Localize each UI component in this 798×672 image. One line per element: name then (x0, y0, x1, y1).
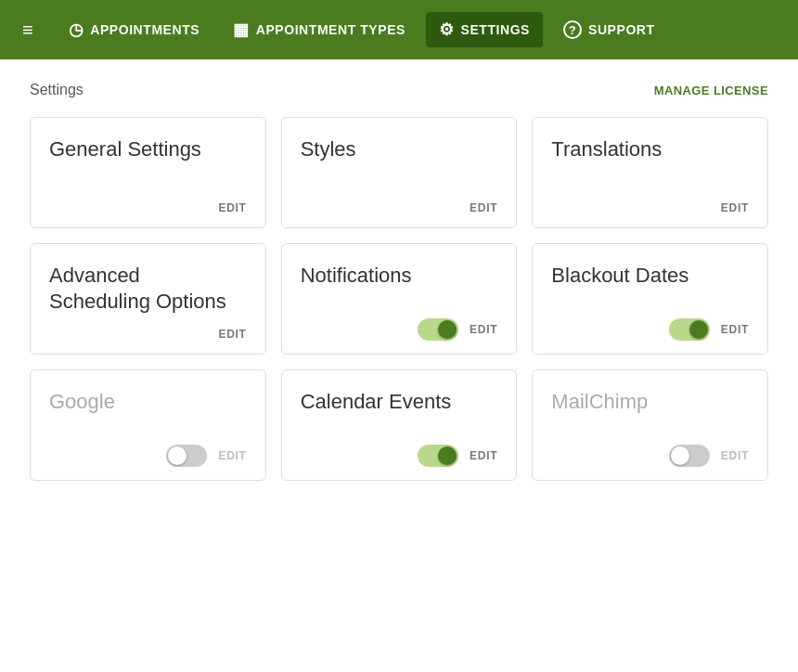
card-footer-advanced-scheduling-options: EDIT (49, 328, 247, 341)
edit-button-calendar-events[interactable]: EDIT (470, 449, 497, 462)
gear-icon: ⚙ (439, 19, 455, 40)
settings-grid: General SettingsEDITStylesEDITTranslatio… (30, 117, 768, 481)
edit-button-notifications[interactable]: EDIT (470, 323, 497, 336)
card-footer-calendar-events: EDIT (301, 445, 498, 467)
card-title-translations: Translations (551, 136, 749, 162)
settings-card-styles: StylesEDIT (281, 117, 518, 228)
toggle-track-calendar-events (418, 445, 458, 467)
grid-icon: ▦ (233, 19, 250, 40)
toggle-track-mailchimp (669, 445, 710, 467)
card-title-google: Google (49, 389, 247, 415)
card-title-general-settings: General Settings (49, 136, 247, 162)
clock-icon: ◷ (69, 19, 84, 40)
toggle-track-google (166, 445, 207, 467)
card-title-notifications: Notifications (301, 263, 498, 289)
card-footer-general-settings: EDIT (49, 201, 247, 214)
settings-card-calendar-events: Calendar EventsEDIT (281, 369, 518, 481)
settings-card-mailchimp: MailChimpEDIT (532, 369, 768, 481)
card-title-calendar-events: Calendar Events (301, 389, 498, 415)
toggle-google[interactable] (166, 445, 207, 467)
toggle-thumb-calendar-events (438, 446, 457, 465)
toggle-thumb-notifications (438, 320, 457, 339)
page-header: Settings MANAGE LICENSE (30, 82, 768, 98)
edit-button-mailchimp[interactable]: EDIT (721, 449, 749, 462)
card-footer-notifications: EDIT (301, 318, 498, 341)
settings-card-general-settings: General SettingsEDIT (30, 117, 266, 228)
nav-appointment-types[interactable]: ▦ APPOINTMENT TYPES (220, 12, 418, 47)
toggle-calendar-events[interactable] (418, 445, 458, 467)
nav-support-label: SUPPORT (588, 22, 655, 37)
nav-settings[interactable]: ⚙ SETTINGS (426, 12, 543, 47)
card-title-advanced-scheduling-options: Advanced Scheduling Options (49, 263, 247, 314)
edit-button-google[interactable]: EDIT (218, 449, 246, 462)
edit-button-translations[interactable]: EDIT (721, 201, 749, 214)
toggle-mailchimp[interactable] (669, 445, 710, 467)
toggle-notifications[interactable] (418, 318, 458, 341)
card-title-styles: Styles (301, 136, 498, 162)
settings-card-google: GoogleEDIT (30, 369, 266, 481)
toggle-track-notifications (418, 318, 458, 341)
nav-appointments-label: APPOINTMENTS (90, 22, 200, 37)
settings-card-translations: TranslationsEDIT (532, 117, 768, 228)
nav-appointments[interactable]: ◷ APPOINTMENTS (56, 12, 213, 47)
toggle-track-blackout-dates (669, 318, 710, 341)
manage-license-link[interactable]: MANAGE LICENSE (654, 84, 768, 97)
settings-card-blackout-dates: Blackout DatesEDIT (532, 243, 768, 355)
nav-appointment-types-label: APPOINTMENT TYPES (256, 22, 405, 37)
nav-support[interactable]: ? SUPPORT (550, 13, 668, 46)
toggle-thumb-blackout-dates (689, 320, 708, 339)
hamburger-menu[interactable]: ≡ (15, 12, 41, 48)
toggle-thumb-mailchimp (671, 446, 689, 465)
edit-button-blackout-dates[interactable]: EDIT (721, 323, 749, 336)
settings-card-advanced-scheduling-options: Advanced Scheduling OptionsEDIT (30, 243, 266, 355)
card-footer-styles: EDIT (301, 201, 498, 214)
edit-button-styles[interactable]: EDIT (470, 201, 497, 214)
page-title: Settings (30, 82, 84, 98)
main-content: Settings MANAGE LICENSE General Settings… (0, 59, 798, 503)
card-footer-blackout-dates: EDIT (551, 318, 749, 341)
toggle-thumb-google (168, 446, 187, 465)
edit-button-general-settings[interactable]: EDIT (218, 201, 246, 214)
card-footer-google: EDIT (49, 445, 247, 467)
edit-button-advanced-scheduling-options[interactable]: EDIT (218, 328, 246, 341)
card-footer-mailchimp: EDIT (551, 445, 749, 467)
card-title-blackout-dates: Blackout Dates (551, 263, 749, 289)
toggle-blackout-dates[interactable] (669, 318, 710, 341)
nav-settings-label: SETTINGS (461, 22, 531, 37)
navbar: ≡ ◷ APPOINTMENTS ▦ APPOINTMENT TYPES ⚙ S… (0, 0, 798, 59)
card-footer-translations: EDIT (551, 201, 749, 214)
question-icon: ? (563, 20, 582, 39)
card-title-mailchimp: MailChimp (551, 389, 749, 415)
settings-card-notifications: NotificationsEDIT (281, 243, 518, 355)
